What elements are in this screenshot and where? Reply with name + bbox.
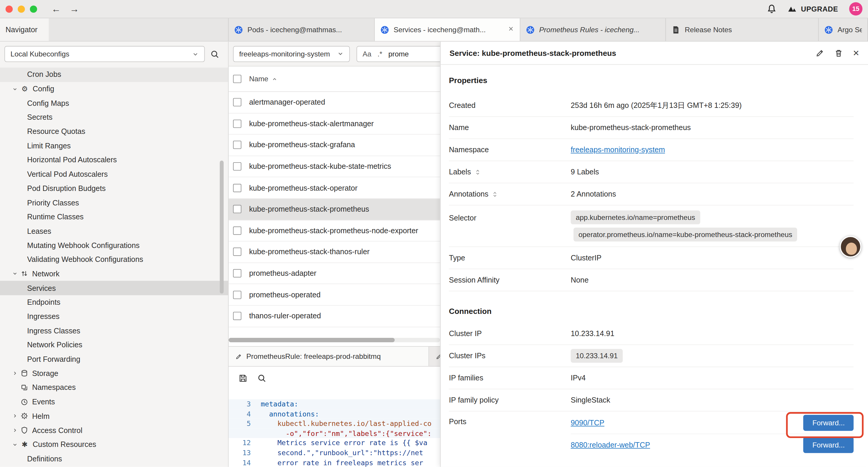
tab-services[interactable]: Services - icecheng@math... [375, 18, 520, 41]
forward-button[interactable]: → [70, 4, 79, 13]
search-query-text: prome [389, 50, 409, 58]
sidebar-item-network[interactable]: Network [0, 267, 228, 281]
sidebar-item-validating-webhook-configurations[interactable]: Validating Webhook Configurations [0, 253, 228, 267]
sidebar-item-secrets[interactable]: Secrets [0, 110, 228, 124]
row-checkbox[interactable] [233, 141, 241, 149]
editor-search-icon[interactable] [257, 374, 266, 382]
window-zoom-button[interactable] [30, 5, 37, 12]
tab-argo[interactable]: Argo Se [819, 18, 868, 41]
sidebar-item-leases[interactable]: Leases [0, 224, 228, 238]
port-link[interactable]: 9090/TCP [571, 418, 604, 427]
select-all-checkbox[interactable] [233, 75, 241, 83]
detail-row-selector: Selector app.kubernetes.io/name=promethe… [449, 205, 854, 247]
match-case-toggle[interactable]: Aa [363, 50, 371, 58]
delete-trash-icon[interactable] [834, 49, 843, 57]
sidebar-item-config[interactable]: ⚙ Config [0, 82, 228, 96]
detail-row-annotations: Annotations 2 Annotations [449, 183, 854, 205]
sidebar-item-cron-jobs[interactable]: Cron Jobs [0, 68, 228, 82]
port-row: 9090/TCP Forward... [571, 411, 854, 434]
sidebar-item-limit-ranges[interactable]: Limit Ranges [0, 139, 228, 153]
tab-release-notes[interactable]: Release Notes [666, 18, 819, 41]
detail-row-ip-family-policy: IP family policy SingleStack [449, 389, 854, 411]
sidebar-item-network-policies[interactable]: Network Policies [0, 338, 228, 352]
namespace-selector[interactable]: freeleaps-monitoring-system [233, 46, 350, 62]
asterisk-icon: ✱ [20, 441, 29, 448]
edit-pencil-icon[interactable] [815, 49, 824, 57]
close-tab-icon[interactable] [507, 25, 514, 34]
tab-pods[interactable]: Pods - icecheng@mathmas... [229, 18, 375, 41]
sidebar-item-access-control[interactable]: Access Control [0, 423, 228, 437]
sidebar-item-resource-quotas[interactable]: Resource Quotas [0, 124, 228, 139]
chevron-down-icon [192, 51, 198, 57]
notifications-bell-icon[interactable] [767, 4, 777, 14]
chevron-down-icon [12, 442, 18, 447]
sidebar-item-endpoints[interactable]: Endpoints [0, 295, 228, 310]
row-checkbox[interactable] [233, 183, 241, 192]
sidebar-item-config-maps[interactable]: Config Maps [0, 96, 228, 110]
app-window: ← → UPGRADE 15 Navigator Pods - icecheng… [0, 0, 868, 467]
window-minimize-button[interactable] [18, 5, 25, 12]
namespace-link[interactable]: freeleaps-monitoring-system [571, 146, 665, 154]
upgrade-button[interactable]: UPGRADE [788, 4, 838, 13]
detail-panel: Service: kube-prometheus-stack-prometheu… [440, 42, 868, 467]
sidebar-item-namespaces[interactable]: Namespaces [0, 380, 228, 395]
row-checkbox[interactable] [233, 291, 241, 299]
unfold-icon[interactable] [474, 169, 481, 175]
horizontal-scrollbar[interactable] [229, 338, 440, 342]
sidebar-item-pod-disruption-budgets[interactable]: Pod Disruption Budgets [0, 181, 228, 196]
sidebar-item-ingress-classes[interactable]: Ingress Classes [0, 324, 228, 338]
sidebar-item-mutating-webhook-configurations[interactable]: Mutating Webhook Configurations [0, 238, 228, 253]
upgrade-label: UPGRADE [801, 5, 838, 13]
detail-row-cluster-ip: Cluster IP 10.233.14.91 [449, 323, 854, 345]
row-checkbox[interactable] [233, 248, 241, 256]
sidebar-item-definitions[interactable]: Definitions [0, 451, 228, 466]
tab-prometheus-rules[interactable]: Prometheus Rules - icecheng... [520, 18, 666, 41]
sidebar-item-ingresses[interactable]: Ingresses [0, 310, 228, 324]
sidebar-item-priority-classes[interactable]: Priority Classes [0, 196, 228, 210]
row-checkbox[interactable] [233, 312, 241, 320]
save-icon[interactable] [239, 374, 248, 382]
regex-toggle[interactable]: .* [378, 50, 382, 58]
sidebar-item-storage[interactable]: Storage [0, 366, 228, 380]
chevron-down-icon [337, 51, 344, 57]
detail-row-labels: Labels 9 Labels [449, 161, 854, 183]
pencil-icon [235, 353, 242, 359]
sidebar-search-icon[interactable] [210, 50, 219, 59]
scrollbar-thumb[interactable] [229, 338, 395, 342]
row-checkbox[interactable] [233, 205, 241, 213]
selector-badge: app.kubernetes.io/name=prometheus [571, 210, 700, 224]
row-checkbox[interactable] [233, 269, 241, 278]
forward-button[interactable]: Forward... [804, 414, 854, 430]
sidebar-item-port-forwarding[interactable]: Port Forwarding [0, 352, 228, 366]
navigator-panel-title[interactable]: Navigator [0, 18, 49, 41]
row-checkbox[interactable] [233, 226, 241, 235]
port-link[interactable]: 8080:reloader-web/TCP [571, 441, 650, 449]
sidebar-item-horizontal-pod-autoscalers[interactable]: Horizontal Pod Autoscalers [0, 153, 228, 167]
forward-button[interactable]: Forward... [804, 437, 854, 453]
close-panel-icon[interactable]: × [853, 48, 859, 58]
detail-row-ports: Ports 9090/TCP Forward... 8080:reloader-… [449, 411, 854, 456]
detail-row-session-affinity: Session Affinity None [449, 269, 854, 291]
detail-row-name: Name kube-prometheus-stack-prometheus [449, 117, 854, 139]
sort-asc-icon[interactable] [272, 76, 277, 82]
row-checkbox[interactable] [233, 120, 241, 128]
notification-badge[interactable]: 15 [849, 2, 862, 16]
sidebar-scrollbar[interactable] [220, 160, 224, 293]
sidebar-item-events[interactable]: Events [0, 395, 228, 409]
sidebar-item-custom-resources[interactable]: ✱ Custom Resources [0, 437, 228, 451]
detail-header: Service: kube-prometheus-stack-prometheu… [440, 42, 868, 65]
detail-row-namespace: Namespace freeleaps-monitoring-system [449, 139, 854, 161]
window-close-button[interactable] [6, 5, 13, 12]
row-checkbox[interactable] [233, 98, 241, 107]
unfold-icon[interactable] [492, 191, 498, 197]
column-name[interactable]: Name [249, 75, 268, 83]
dock-tab-prometheusrule[interactable]: PrometheusRule: freeleaps-prod-rabbitmq [229, 347, 429, 366]
navigator-tree: Cron Jobs ⚙ Config Config Maps Secrets R… [0, 66, 228, 466]
sidebar-item-runtime-classes[interactable]: Runtime Classes [0, 210, 228, 224]
sidebar-item-services[interactable]: Services [0, 281, 228, 295]
sidebar-item-helm[interactable]: Helm [0, 409, 228, 423]
back-button[interactable]: ← [52, 4, 61, 13]
row-checkbox[interactable] [233, 162, 241, 171]
sidebar-item-vertical-pod-autoscalers[interactable]: Vertical Pod Autoscalers [0, 167, 228, 181]
kubeconfig-selector[interactable]: Local Kubeconfigs [4, 46, 205, 62]
